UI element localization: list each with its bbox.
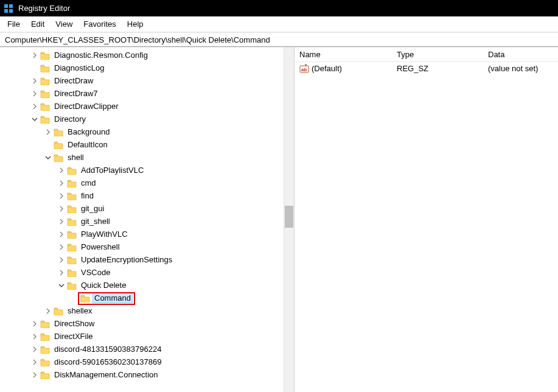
tree-label[interactable]: Background [66, 127, 111, 136]
tree-item[interactable]: DefaultIcon [4, 138, 294, 151]
tree-label[interactable]: discord-590165360230137869 [52, 357, 163, 366]
tree-item[interactable]: Directory [4, 113, 294, 125]
menu-favorites[interactable]: Favorites [78, 18, 120, 30]
tree-item[interactable]: DirectDraw [4, 74, 294, 87]
chevron-right-icon[interactable] [57, 179, 66, 187]
chevron-right-icon[interactable] [30, 358, 39, 366]
tree-item[interactable]: Command [4, 292, 294, 304]
tree-item[interactable]: git_shell [4, 215, 294, 228]
regedit-icon [4, 4, 13, 13]
tree-label[interactable]: shell [66, 153, 86, 162]
chevron-right-icon[interactable] [57, 205, 66, 213]
value-list[interactable]: ab (Default)REG_SZ(value not set) [295, 62, 558, 75]
tree-item[interactable]: DirectShow [4, 317, 294, 330]
chevron-right-icon[interactable] [30, 77, 39, 85]
tree-item[interactable]: git_gui [4, 202, 294, 215]
chevron-right-icon[interactable] [30, 51, 39, 60]
chevron-right-icon[interactable] [30, 102, 39, 111]
tree-label[interactable]: discord-481331590383796224 [52, 345, 163, 354]
tree-item[interactable]: DirectXFile [4, 330, 294, 343]
tree-item[interactable]: shellex [4, 304, 294, 317]
tree-item[interactable]: shell [4, 151, 294, 164]
folder-icon [54, 307, 63, 315]
folder-icon [67, 243, 77, 251]
tree-label[interactable]: DiagnosticLog [52, 63, 106, 72]
menu-help[interactable]: Help [122, 18, 148, 30]
tree-item[interactable]: DiagnosticLog [4, 61, 294, 74]
tree-label[interactable]: DirectDraw [52, 76, 95, 85]
tree-label[interactable]: find [79, 191, 96, 200]
tree-label[interactable]: Powershell [79, 242, 122, 251]
chevron-right-icon[interactable] [30, 345, 39, 354]
chevron-right-icon[interactable] [57, 256, 66, 264]
tree-label[interactable]: DirectShow [52, 319, 96, 328]
svg-text:ab: ab [301, 67, 307, 72]
chevron-down-icon[interactable] [57, 281, 66, 290]
tree-item[interactable]: AddToPlaylistVLC [4, 164, 294, 177]
tree-label[interactable]: DirectXFile [52, 332, 95, 341]
chevron-right-icon[interactable] [44, 128, 52, 136]
address-input[interactable] [4, 35, 554, 45]
folder-icon [67, 281, 77, 290]
scroll-thumb[interactable] [285, 206, 293, 228]
tree-item[interactable]: Diagnostic.Resmon.Config [4, 49, 294, 61]
folder-icon [67, 179, 77, 187]
tree-item[interactable]: Quick Delete [4, 279, 294, 292]
chevron-right-icon[interactable] [57, 217, 66, 226]
folder-icon [40, 64, 50, 72]
menu-view[interactable]: View [51, 18, 77, 30]
tree-item[interactable]: discord-590165360230137869 [4, 355, 294, 368]
chevron-right-icon[interactable] [57, 268, 66, 277]
tree-label[interactable]: AddToPlaylistVLC [79, 166, 145, 175]
chevron-right-icon[interactable] [57, 230, 66, 239]
menu-file[interactable]: File [2, 18, 25, 30]
tree-label[interactable]: DirectDrawClipper [52, 102, 120, 111]
tree-item[interactable]: PlayWithVLC [4, 228, 294, 240]
tree-item[interactable]: DirectDrawClipper [4, 100, 294, 113]
chevron-right-icon[interactable] [30, 89, 39, 98]
tree-item[interactable]: UpdateEncryptionSettings [4, 253, 294, 266]
tree-label[interactable]: PlayWithVLC [79, 229, 130, 239]
tree-scrollbar[interactable] [284, 47, 294, 392]
tree-item[interactable]: discord-481331590383796224 [4, 343, 294, 355]
tree-label[interactable]: DefaultIcon [66, 140, 110, 149]
chevron-right-icon[interactable] [30, 371, 39, 379]
chevron-right-icon[interactable] [57, 166, 66, 175]
folder-icon [40, 89, 50, 98]
tree-view[interactable]: Diagnostic.Resmon.Config DiagnosticLog D… [0, 47, 294, 392]
tree-label[interactable]: cmd [79, 178, 98, 187]
tree-item[interactable]: cmd [4, 177, 294, 189]
chevron-right-icon[interactable] [30, 332, 39, 341]
address-bar [0, 32, 558, 47]
value-row[interactable]: ab (Default)REG_SZ(value not set) [295, 62, 558, 75]
tree-label[interactable]: shellex [66, 306, 94, 315]
tree-label[interactable]: git_shell [79, 217, 112, 226]
tree-label[interactable]: Directory [52, 114, 88, 124]
tree-label[interactable]: DirectDraw7 [52, 89, 100, 98]
menu-edit[interactable]: Edit [26, 18, 49, 30]
column-name[interactable]: Name [295, 47, 392, 61]
folder-icon [80, 294, 90, 303]
tree-item[interactable]: VSCode [4, 266, 294, 279]
chevron-right-icon[interactable] [44, 307, 52, 315]
chevron-right-icon[interactable] [57, 192, 66, 200]
tree-item[interactable]: find [4, 189, 294, 202]
column-data[interactable]: Data [483, 47, 558, 61]
tree-item[interactable]: DirectDraw7 [4, 87, 294, 100]
chevron-right-icon[interactable] [57, 243, 66, 251]
chevron-down-icon[interactable] [44, 153, 52, 162]
folder-icon [54, 141, 63, 149]
tree-label[interactable]: VSCode [79, 268, 112, 277]
tree-label[interactable]: git_gui [79, 204, 106, 213]
tree-label[interactable]: DiskManagement.Connection [52, 370, 160, 379]
tree-label[interactable]: Diagnostic.Resmon.Config [52, 51, 150, 60]
chevron-down-icon[interactable] [30, 115, 39, 124]
column-type[interactable]: Type [392, 47, 483, 61]
tree-item[interactable]: DiskManagement.Connection [4, 368, 294, 381]
tree-label[interactable]: UpdateEncryptionSettings [79, 255, 174, 264]
tree-item[interactable]: Background [4, 125, 294, 138]
tree-label[interactable]: Command [92, 293, 133, 303]
tree-label[interactable]: Quick Delete [79, 281, 128, 290]
tree-item[interactable]: Powershell [4, 240, 294, 253]
chevron-right-icon[interactable] [30, 320, 39, 328]
